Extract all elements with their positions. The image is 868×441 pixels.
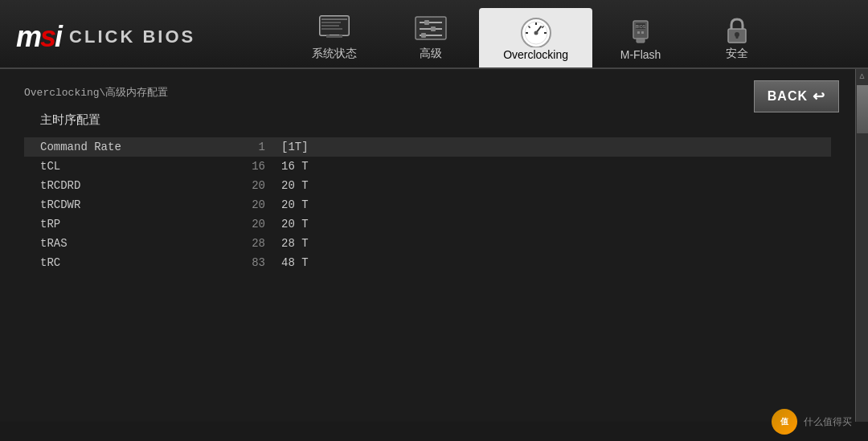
row-name: tRCDWR [40,198,201,211]
content-area: BACK ↩ Overclocking\高级内存配置 主时序配置 Command… [0,69,855,422]
row-bracket: 20 T [281,218,309,231]
row-value: 20 [201,218,265,231]
settings-table: Command Rate 1 [1T] tCL 16 16 T tRCDRD 2… [24,137,831,272]
row-bracket: 48 T [281,256,309,269]
scroll-thumb[interactable] [857,85,868,133]
svg-text:BIOS: BIOS [636,24,646,29]
row-value: 28 [201,237,265,250]
row-value: 16 [201,160,265,173]
table-row[interactable]: tRCDWR 20 20 T [24,195,831,214]
gauge-icon [517,14,555,48]
back-button[interactable]: BACK ↩ [754,80,839,112]
tab-security[interactable]: 安全 [689,6,785,67]
tab-mflash[interactable]: BIOS M-Flash [592,8,689,67]
table-row[interactable]: tRAS 28 28 T [24,234,831,253]
row-bracket: [1T] [281,141,309,153]
row-bracket: 28 T [281,237,309,250]
svg-rect-7 [326,35,342,38]
table-row[interactable]: tCL 16 16 T [24,157,831,176]
watermark-badge: 值 [772,409,797,435]
row-name: tRC [40,256,201,269]
row-bracket: 20 T [281,198,309,211]
watermark: 值 什么值得买 [772,409,852,435]
tab-overclocking-label: Overclocking [503,48,568,61]
row-name: tCL [40,160,201,173]
header: msi CLICK BIOS 系统状态 [0,0,868,69]
row-bracket: 16 T [281,160,309,173]
back-button-label: BACK [768,89,808,104]
svg-rect-12 [431,27,436,31]
sliders-icon [411,13,450,47]
svg-rect-14 [421,33,426,38]
row-name: tRAS [40,237,201,250]
tab-advanced[interactable]: 高级 [383,6,479,67]
svg-rect-10 [424,20,429,25]
table-row[interactable]: tRP 20 20 T [24,214,831,234]
tab-security-label: 安全 [726,47,748,61]
row-name: Command Rate [40,141,201,153]
svg-rect-30 [641,31,644,34]
tab-advanced-label: 高级 [420,47,442,61]
svg-rect-29 [637,31,640,34]
row-value: 20 [201,198,265,211]
scrollbar[interactable]: △ [855,69,868,422]
tab-mflash-label: M-Flash [620,48,661,61]
breadcrumb: Overclocking\高级内存配置 [24,85,831,100]
svg-rect-34 [736,35,739,39]
row-name: tRCDRD [40,179,201,192]
section-title: 主时序配置 [40,112,831,128]
main-content: BACK ↩ Overclocking\高级内存配置 主时序配置 Command… [0,69,868,422]
row-value: 83 [201,256,265,269]
usb-icon: BIOS [621,14,660,48]
nav-tabs: 系统状态 高级 [219,6,852,67]
table-row[interactable]: Command Rate 1 [1T] [24,137,831,157]
svg-rect-31 [637,39,645,43]
table-row[interactable]: tRC 83 48 T [24,253,831,272]
row-value: 20 [201,179,265,192]
table-row[interactable]: tRCDRD 20 20 T [24,176,831,195]
tab-overclocking[interactable]: Overclocking [479,8,592,67]
lock-icon [718,13,756,47]
svg-point-24 [534,31,538,35]
back-icon: ↩ [813,88,825,105]
scroll-up-arrow[interactable]: △ [856,69,869,82]
row-bracket: 20 T [281,179,309,192]
bios-title: CLICK BIOS [69,27,195,47]
watermark-text: 什么值得买 [804,415,852,429]
msi-logo: msi [16,20,61,54]
row-name: tRP [40,218,201,231]
tab-system[interactable]: 系统状态 [286,6,383,67]
logo: msi CLICK BIOS [16,20,195,54]
monitor-icon [315,13,354,47]
row-value: 1 [201,141,265,153]
tab-system-label: 系统状态 [312,47,357,61]
